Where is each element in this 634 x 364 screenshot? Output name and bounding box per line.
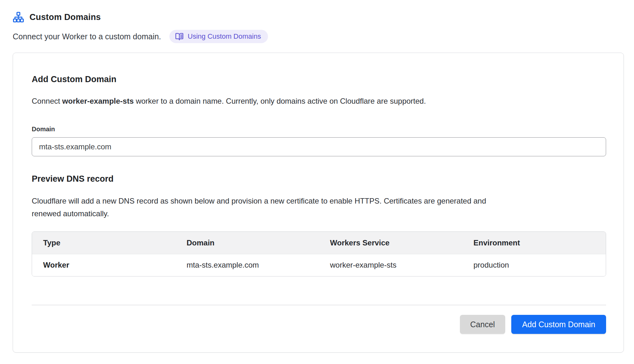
column-header-service: Workers Service [319,232,462,254]
spacer [32,276,606,305]
docs-link-label: Using Custom Domains [188,32,261,41]
table-row: Worker mta-sts.example.com worker-exampl… [32,254,606,276]
column-header-domain: Domain [175,232,319,254]
intro-prefix: Connect [32,97,62,105]
page-header: Custom Domains [13,11,624,23]
card-actions: Cancel Add Custom Domain [32,315,606,352]
column-header-environment: Environment [462,232,606,254]
worker-name: worker-example-sts [62,97,134,105]
add-custom-domain-button[interactable]: Add Custom Domain [511,315,606,334]
page-subtitle: Connect your Worker to a custom domain. [13,32,161,41]
cell-service: worker-example-sts [319,254,462,276]
column-header-type: Type [32,232,175,254]
intro-suffix: worker to a domain name. Currently, only… [134,97,426,105]
cancel-button[interactable]: Cancel [460,315,506,334]
preview-dns-heading: Preview DNS record [32,174,606,184]
footer-divider [32,305,606,305]
sitemap-icon [13,11,24,23]
page-title: Custom Domains [29,12,101,22]
book-open-icon [175,32,184,41]
table-header-row: Type Domain Workers Service Environment [32,232,606,254]
cell-type: Worker [32,254,175,276]
card-intro-text: Connect worker-example-sts worker to a d… [32,96,606,106]
card-heading: Add Custom Domain [32,75,606,84]
preview-dns-description: Cloudflare will add a new DNS record as … [32,195,498,220]
docs-link-badge[interactable]: Using Custom Domains [169,30,268,43]
dns-preview-table: Type Domain Workers Service Environment … [32,231,606,276]
cell-domain: mta-sts.example.com [175,254,319,276]
cell-environment: production [462,254,606,276]
add-custom-domain-card: Add Custom Domain Connect worker-example… [13,53,624,353]
domain-field-label: Domain [32,126,606,133]
custom-domains-page: Custom Domains Connect your Worker to a … [0,0,634,353]
domain-input[interactable] [32,137,606,156]
page-subheader: Connect your Worker to a custom domain. … [13,30,624,43]
